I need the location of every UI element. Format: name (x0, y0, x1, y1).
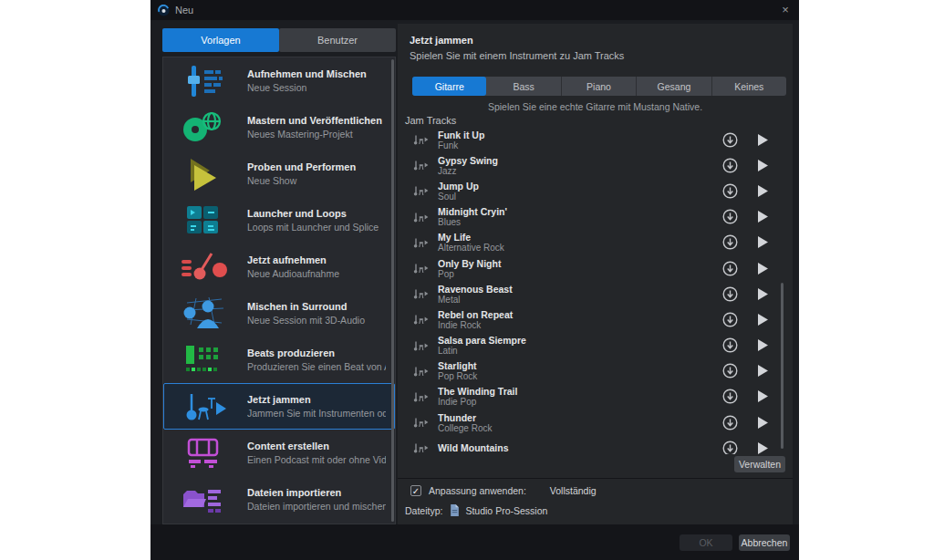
download-button[interactable] (719, 258, 741, 278)
jam-now-icon (176, 389, 231, 425)
download-button[interactable] (719, 412, 741, 432)
track-genre: Blues (438, 217, 719, 227)
jam-track-row[interactable]: Only By Night Pop (398, 255, 779, 281)
download-button[interactable] (719, 284, 741, 304)
jam-track-row[interactable]: Midnight Cryin' Blues (398, 204, 779, 230)
titlebar[interactable]: Neu (150, 0, 799, 20)
play-button[interactable] (752, 155, 773, 175)
play-icon (758, 160, 768, 171)
jam-track-row[interactable]: Thunder College Rock (398, 410, 779, 435)
tracks-scrollbar[interactable] (781, 283, 784, 449)
cancel-button[interactable]: Abbrechen (739, 534, 790, 551)
track-name: Midnight Cryin' (438, 206, 719, 217)
jam-track-row[interactable]: Jump Up Soul (398, 178, 779, 203)
jam-track-row[interactable]: Rebel on Repeat Indie Rock (398, 306, 779, 332)
record-mix-icon (176, 63, 231, 99)
play-button[interactable] (752, 361, 773, 381)
download-button[interactable] (719, 387, 741, 407)
template-item-record-mix[interactable]: Aufnehmen und Mischen Neue Session (163, 57, 395, 104)
jam-track-row[interactable]: Starlight Pop Rock (398, 358, 779, 384)
template-item-surround-mix[interactable]: Mischen in Surround Neue Session mit 3D-… (163, 290, 395, 337)
play-button[interactable] (752, 309, 773, 329)
track-genre: Jazz (438, 166, 719, 176)
track-name: Rebel on Repeat (438, 309, 719, 320)
download-button[interactable] (719, 336, 741, 356)
instrument-tabs: Gitarre Bass Piano Gesang Keines (412, 77, 786, 96)
instrument-note: Spielen Sie eine echte Gitarre mit Musta… (398, 101, 793, 112)
jam-track-row[interactable]: Wild Mountains (398, 435, 779, 454)
play-button[interactable] (752, 233, 773, 253)
jam-track-row[interactable]: Ravenous Beast Metal (398, 281, 779, 306)
jam-track-row[interactable]: Funk it Up Funk (398, 127, 779, 152)
jam-track-icon (412, 390, 429, 403)
play-icon (758, 211, 768, 223)
track-name: Only By Night (438, 258, 719, 269)
template-item-import-files[interactable]: Dateien importieren Dateien importieren … (163, 476, 395, 523)
file-icon (450, 504, 460, 516)
download-button[interactable] (719, 207, 741, 227)
download-button[interactable] (719, 155, 741, 175)
template-item-rehearse-perform[interactable]: Proben und Performen Neue Show (163, 150, 395, 197)
ok-button[interactable]: OK (680, 534, 732, 551)
play-button[interactable] (752, 258, 773, 278)
jam-track-row[interactable]: Salsa para Siempre Latin (398, 333, 779, 358)
download-button[interactable] (719, 181, 741, 201)
play-icon (758, 263, 768, 275)
templates-scrollbar[interactable] (391, 59, 394, 522)
template-subtitle: Einen Podcast mit oder ohne Video erstel… (247, 454, 386, 465)
record-now-icon (176, 249, 231, 285)
download-button[interactable] (719, 309, 741, 329)
track-name: Gypsy Swing (438, 155, 719, 166)
new-document-dialog: Neu × Vorlagen Benutzer Aufnehmen und Mi… (150, 0, 799, 560)
instrument-tab-piano[interactable]: Piano (562, 77, 637, 96)
apply-customization-checkbox[interactable]: ✓ (410, 485, 421, 496)
instrument-tab-keines[interactable]: Keines (712, 77, 786, 96)
track-genre: Indie Pop (438, 397, 719, 407)
play-button[interactable] (752, 130, 773, 150)
template-title: Mastern und Veröffentlichen (247, 115, 386, 126)
jam-track-row[interactable]: My Life Alternative Rock (398, 230, 779, 255)
tab-benutzer[interactable]: Benutzer (279, 28, 396, 52)
download-button[interactable] (719, 130, 741, 150)
instrument-tab-bass[interactable]: Bass (486, 77, 561, 96)
surround-mix-icon (176, 296, 231, 332)
play-button[interactable] (752, 438, 773, 454)
track-name: Wild Mountains (438, 442, 719, 453)
template-item-beats[interactable]: Beats produzieren Produzieren Sie einen … (163, 337, 395, 383)
jam-track-row[interactable]: Gypsy Swing Jazz (398, 152, 779, 178)
jam-track-row[interactable]: The Winding Trail Indie Pop (398, 384, 779, 410)
tab-vorlagen[interactable]: Vorlagen (162, 28, 279, 52)
track-name: Ravenous Beast (438, 284, 719, 295)
close-icon[interactable]: × (778, 3, 793, 17)
download-button[interactable] (719, 438, 741, 454)
instrument-tab-gesang[interactable]: Gesang (637, 77, 711, 96)
template-item-jam-now[interactable]: Jetzt jammen Jammen Sie mit Instrumenten… (163, 383, 395, 430)
template-subtitle: Produzieren Sie einen Beat von Anfang an (247, 361, 386, 372)
play-button[interactable] (752, 284, 773, 304)
play-button[interactable] (752, 181, 773, 201)
download-icon (722, 363, 738, 379)
download-icon (722, 261, 738, 276)
filetype-value-dropdown[interactable]: Studio Pro-Session (465, 505, 547, 516)
play-icon (758, 185, 768, 197)
play-icon (758, 442, 768, 454)
template-item-launcher-loops[interactable]: Launcher und Loops Loops mit Launcher un… (163, 197, 395, 244)
template-subtitle: Jammen Sie mit Instrumenten oder Gesa.. (247, 408, 386, 419)
manage-button[interactable]: Verwalten (734, 456, 785, 472)
play-button[interactable] (752, 336, 773, 356)
jam-track-icon (412, 262, 429, 275)
template-item-record-now[interactable]: Jetzt aufnehmen Neue Audioaufnahme (163, 244, 395, 290)
instrument-tab-gitarre[interactable]: Gitarre (412, 77, 486, 96)
template-item-content-create[interactable]: Content erstellen Einen Podcast mit oder… (163, 430, 395, 476)
dialog-footer: OK Abbrechen (150, 524, 799, 560)
play-button[interactable] (752, 207, 773, 227)
play-button[interactable] (752, 387, 773, 407)
track-genre: Funk (438, 140, 719, 150)
customization-value-dropdown[interactable]: Vollständig (550, 485, 597, 496)
jam-track-icon (412, 184, 429, 197)
download-button[interactable] (719, 361, 741, 381)
template-title: Aufnehmen und Mischen (247, 68, 386, 79)
play-button[interactable] (752, 412, 773, 432)
template-item-master-publish[interactable]: Mastern und Veröffentlichen Neues Master… (163, 104, 395, 150)
download-button[interactable] (719, 233, 741, 253)
